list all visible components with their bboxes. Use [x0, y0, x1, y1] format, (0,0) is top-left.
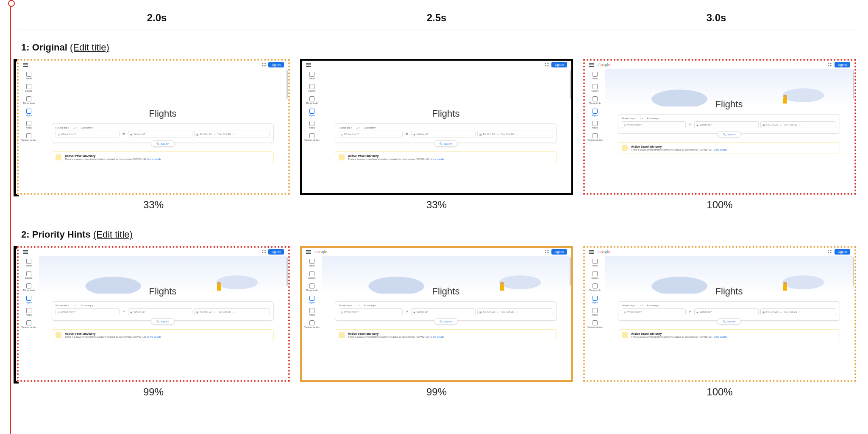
warning-icon [339, 154, 345, 160]
completeness-percent: 33% [426, 199, 447, 211]
filmstrip-frame[interactable]: Google Sign in TravelExploreThings to do… [583, 246, 856, 398]
advisory-more-link: More details [147, 158, 161, 160]
menu-icon [23, 250, 28, 254]
run-title: 2: Priority Hints (Edit title) [17, 229, 856, 246]
sign-in-button: Sign in [268, 249, 284, 255]
sidebar-item: Travel [309, 72, 315, 80]
menu-icon [589, 63, 594, 67]
sidebar-item: Flights [592, 109, 598, 117]
sidebar-item: Things to do [306, 283, 318, 291]
advisory-more-link: More details [714, 148, 728, 151]
hero-image [39, 69, 287, 106]
sidebar-item: Flights [592, 296, 598, 304]
flights-thumbnail: Google Sign in TravelExploreThings to do… [585, 248, 854, 380]
filmstrip-frame[interactable]: Sign in TravelExploreThings to doFlights… [17, 246, 290, 398]
google-logo: Google [598, 250, 610, 254]
flights-sidebar: TravelExploreThings to doFlightsHotelsVa… [303, 259, 320, 328]
from-field: ◎ Where from? [339, 131, 403, 137]
apps-grid-icon [828, 63, 832, 67]
time-col-0: 2.0s [17, 12, 297, 24]
search-card: Round trip 1 Economy ◎ Where from? ⇄ ◉ W… [335, 123, 557, 143]
sidebar-item: Explore [25, 271, 33, 279]
to-field: ◉ Where to? [411, 308, 475, 315]
date-field: ▦ Fri, Oct 22 ‹› Tue, Oct 26 ‹› [477, 308, 554, 315]
warning-icon [56, 332, 61, 338]
flights-thumbnail: Google Sign in TravelExploreThings to do… [585, 61, 854, 193]
trip-options: Round trip 1 Economy [622, 117, 836, 120]
flights-sidebar: TravelExploreThings to doFlightsHotelsVa… [303, 72, 320, 141]
sign-in-button: Sign in [835, 62, 850, 67]
sidebar-item: Travel [26, 259, 32, 267]
page-heading: Flights [605, 286, 853, 297]
sidebar-item: Explore [592, 271, 599, 279]
filmstrip-frame[interactable]: Google Sign in TravelExploreThings to do… [300, 246, 573, 398]
flights-thumbnail: Google Sign in TravelExploreThings to do… [302, 248, 571, 380]
page-heading: Flights [605, 99, 853, 110]
timeline-marker [10, 0, 11, 434]
search-card: Round trip 1 Economy ◎ Where from? ⇄ ◉ W… [618, 301, 840, 321]
advisory-banner: Active travel advisory There's a governm… [335, 151, 557, 163]
sidebar-item: Travel [26, 72, 32, 80]
advisory-more-link: More details [431, 336, 445, 338]
menu-icon [23, 63, 28, 67]
apps-grid-icon [545, 63, 549, 67]
flights-sidebar: TravelExploreThings to doFlightsHotelsVa… [587, 259, 604, 328]
sidebar-item: Things to do [306, 96, 318, 104]
search-card: Round trip 1 Economy ◎ Where from? ⇄ ◉ W… [52, 123, 274, 143]
apps-grid-icon [262, 250, 266, 254]
filmstrip-frame[interactable]: Sign in TravelExploreThings to doFlights… [17, 59, 290, 211]
page-heading: Flights [322, 286, 570, 297]
google-logo: Google [598, 63, 610, 67]
advisory-banner: Active travel advisory There's a governm… [618, 329, 840, 341]
sidebar-item: Travel [592, 72, 598, 80]
swap-icon: ⇄ [404, 308, 409, 315]
apps-grid-icon [828, 250, 832, 254]
date-field: ▦ Fri, Oct 22 ‹› Tue, Oct 26 ‹› [194, 131, 270, 137]
advisory-banner: Active travel advisory There's a governm… [618, 142, 840, 154]
sign-in-button: Sign in [551, 249, 567, 255]
page-heading: Flights [39, 286, 287, 297]
sidebar-item: Vacation rentals [587, 320, 602, 328]
advisory-banner: Active travel advisory There's a governm… [335, 329, 557, 341]
to-field: ◉ Where to? [128, 131, 192, 137]
edit-title-link[interactable]: (Edit title) [93, 229, 133, 240]
sidebar-item: Things to do [23, 283, 35, 291]
sidebar-item: Explore [25, 84, 33, 92]
advisory-more-link: More details [431, 158, 445, 160]
search-button: 🔍 Search [151, 318, 175, 325]
swap-icon: ⇄ [687, 308, 693, 315]
sidebar-item: Explore [309, 84, 316, 92]
sidebar-item: Hotels [309, 121, 315, 129]
edit-title-link[interactable]: (Edit title) [70, 42, 109, 53]
advisory-more-link: More details [714, 336, 728, 338]
from-field: ◎ Where from? [622, 308, 686, 315]
flights-sidebar: TravelExploreThings to doFlightsHotelsVa… [20, 72, 37, 141]
from-field: ◎ Where from? [56, 308, 120, 315]
date-field: ▦ Fri, Oct 22 ‹› Tue, Oct 26 ‹› [760, 308, 837, 315]
sidebar-item: Hotels [592, 121, 598, 129]
sidebar-item: Flights [309, 109, 315, 117]
menu-icon [306, 63, 311, 67]
apps-grid-icon [545, 250, 549, 254]
trip-options: Round trip 1 Economy [56, 304, 270, 307]
search-button: 🔍 Search [434, 140, 458, 147]
advisory-banner: Active travel advisory There's a governm… [52, 151, 274, 163]
filmstrip-frame[interactable]: Google Sign in TravelExploreThings to do… [583, 59, 856, 211]
search-button: 🔍 Search [434, 318, 458, 325]
search-card: Round trip 1 Economy ◎ Where from? ⇄ ◉ W… [52, 301, 274, 321]
to-field: ◉ Where to? [694, 308, 758, 315]
date-field: ▦ Fri, Oct 22 ‹› Tue, Oct 26 ‹› [760, 121, 837, 128]
from-field: ◎ Where from? [622, 121, 686, 128]
filmstrip-frame[interactable]: Sign in TravelExploreThings to doFlights… [300, 59, 573, 211]
to-field: ◉ Where to? [694, 121, 758, 128]
menu-icon [306, 250, 311, 254]
run-title: 1: Original (Edit title) [17, 42, 856, 59]
swap-icon: ⇄ [404, 131, 409, 137]
time-col-1: 2.5s [297, 12, 576, 24]
search-card: Round trip 1 Economy ◎ Where from? ⇄ ◉ W… [618, 114, 840, 134]
sidebar-item: Travel [592, 259, 598, 267]
search-card: Round trip 1 Economy ◎ Where from? ⇄ ◉ W… [335, 301, 557, 321]
to-field: ◉ Where to? [128, 308, 192, 315]
warning-icon [622, 332, 628, 338]
sidebar-item: Things to do [589, 283, 601, 291]
